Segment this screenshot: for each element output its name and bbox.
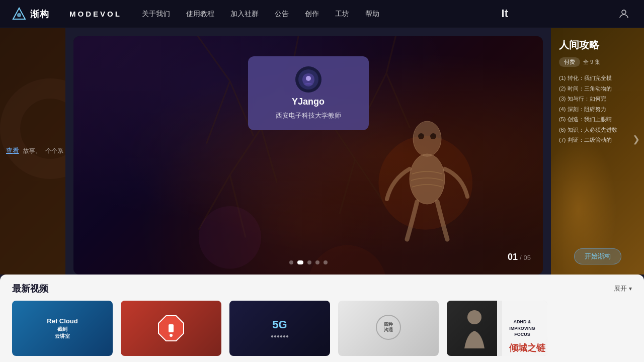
slide-dot-2[interactable] — [307, 260, 311, 264]
slide-dots — [289, 260, 328, 264]
expand-chevron-icon: ▾ — [629, 285, 632, 292]
author-card: YJango 西安电子科技大学教师 — [248, 56, 369, 130]
svg-point-21 — [308, 245, 387, 275]
nav-links: 关于我们 使用教程 加入社群 公告 创作 工坊 帮助 — [142, 10, 616, 19]
person-silhouette-icon — [462, 308, 487, 348]
series-item-6[interactable]: (7) 判证：二级管动的 — [559, 136, 636, 144]
nav-link-help[interactable]: 帮助 — [365, 10, 379, 19]
video-card-bg-2: 5G ●●●●●● — [229, 301, 330, 356]
logo-text: 渐构 — [30, 8, 49, 20]
user-icon[interactable] — [616, 6, 632, 22]
author-avatar — [295, 66, 321, 93]
video-card-4[interactable]: ADHD &IMPROVINGFOCUS 倾城之链 — [447, 301, 547, 356]
svg-point-1 — [17, 13, 21, 17]
svg-point-30 — [170, 334, 173, 337]
video-card-1[interactable] — [121, 301, 221, 356]
hero-left-desc-3: 个个系 — [45, 146, 63, 156]
user-avatar-icon — [618, 8, 630, 20]
slide-dot-4[interactable] — [324, 260, 328, 264]
svg-line-6 — [230, 128, 261, 175]
video-card-3[interactable]: 四种沟通 — [338, 301, 439, 356]
video-grid: Ref Cloud 截到 云讲室 — [12, 301, 632, 356]
video-card-bg-0: Ref Cloud 截到 云讲室 — [12, 301, 113, 356]
section-title: 最新视频 — [12, 283, 48, 295]
slide-dot-1[interactable] — [297, 260, 303, 264]
slide-counter: 01 / 05 — [508, 252, 531, 262]
svg-point-24 — [418, 133, 424, 139]
expand-button[interactable]: 展开 ▾ — [614, 284, 632, 293]
nav-link-create[interactable]: 创作 — [305, 10, 319, 19]
svg-line-13 — [191, 36, 230, 81]
video-card-bg-4: ADHD &IMPROVINGFOCUS 倾城之链 — [447, 301, 547, 356]
svg-point-20 — [199, 206, 261, 268]
svg-point-27 — [306, 76, 311, 81]
series-title: 人间攻略 — [559, 38, 636, 52]
slide-dot-0[interactable] — [289, 260, 293, 264]
slide-current: 01 — [508, 252, 518, 262]
hero-main-card: YJango 西安电子科技大学教师 ❮ 01 / 05 — [73, 36, 543, 275]
corner-it-text: It — [502, 7, 508, 20]
logo[interactable]: 渐构 — [12, 7, 49, 21]
slide-total: 05 — [524, 254, 531, 261]
svg-point-2 — [622, 10, 626, 14]
slide-separator: / — [520, 254, 522, 261]
svg-line-10 — [340, 159, 355, 214]
series-item-4[interactable]: (5) 创造：我们上眼睛 — [559, 115, 636, 124]
hero-left-link[interactable]: 查看 — [6, 146, 19, 156]
badge-count: 全 9 集 — [583, 58, 600, 66]
video-card-2[interactable]: 5G ●●●●●● — [229, 301, 330, 356]
video-card-bg-1 — [121, 301, 221, 356]
badge-paid: 付费 — [559, 57, 580, 67]
svg-point-31 — [467, 310, 481, 324]
svg-line-14 — [206, 81, 230, 143]
bottom-section: 最新视频 展开 ▾ Ref Cloud 截到 云讲室 — [0, 275, 644, 362]
svg-point-22 — [410, 154, 445, 204]
author-avatar-icon — [298, 69, 318, 89]
nav-link-announce[interactable]: 公告 — [275, 10, 289, 19]
svg-point-25 — [430, 133, 436, 139]
hero-right-content: 人间攻略 付费 全 9 集 (1) 转化：我们完全模 (2) 时间：三角动物的 … — [551, 28, 644, 275]
series-item-5[interactable]: (6) 知识：人必须先进数 — [559, 126, 636, 134]
author-title: 西安电子科技大学教师 — [276, 111, 341, 120]
series-item-3[interactable]: (4) 深刻：阻碍努力 — [559, 105, 636, 114]
svg-rect-29 — [169, 324, 174, 332]
series-item-0[interactable]: (1) 转化：我们完全模 — [559, 74, 636, 82]
hero-left-desc-4: 故事。 — [23, 146, 41, 156]
series-item-2[interactable]: (3) 知与行：如何完 — [559, 95, 636, 103]
slide-dot-3[interactable] — [315, 260, 319, 264]
expand-label: 展开 — [614, 284, 627, 293]
hero-right-panel: 人间攻略 付费 全 9 集 (1) 转化：我们完全模 (2) 时间：三角动物的 … — [551, 28, 644, 275]
nav-link-workshop[interactable]: 工坊 — [335, 10, 349, 19]
nav-brand: MODEVOL — [69, 10, 122, 18]
hero-left-panel: 争球，这 对这世界一 个个系 故事。 查看 — [0, 28, 65, 275]
nav-link-about[interactable]: 关于我们 — [142, 10, 170, 19]
hero-creature-svg — [362, 88, 493, 249]
video-card-bg-3: 四种沟通 — [338, 301, 439, 356]
svg-line-16 — [386, 36, 402, 73]
svg-line-7 — [261, 128, 277, 183]
video-card-0[interactable]: Ref Cloud 截到 云讲室 — [12, 301, 113, 356]
svg-point-23 — [413, 121, 441, 156]
series-list: (1) 转化：我们完全模 (2) 时间：三角动物的 (3) 知与行：如何完 (4… — [559, 74, 636, 144]
series-item-1[interactable]: (2) 时间：三角动物的 — [559, 84, 636, 93]
start-button[interactable]: 开始渐构 — [574, 248, 621, 264]
author-name: YJango — [292, 97, 325, 107]
hero-section: 争球，这 对这世界一 个个系 故事。 查看 — [0, 28, 644, 275]
hero-left-text: 争球，这 对这世界一 个个系 故事。 查看 — [0, 136, 65, 166]
logo-icon — [12, 7, 26, 21]
navbar: 渐构 MODEVOL 关于我们 使用教程 加入社群 公告 创作 工坊 帮助 — [0, 0, 644, 28]
series-badge: 付费 全 9 集 — [559, 57, 600, 67]
stop-sign-icon — [156, 313, 186, 343]
nav-link-tutorial[interactable]: 使用教程 — [186, 10, 214, 19]
next-arrow-right[interactable]: ❯ — [632, 134, 640, 145]
nav-link-community[interactable]: 加入社群 — [230, 10, 259, 19]
section-header: 最新视频 展开 ▾ — [12, 283, 632, 295]
